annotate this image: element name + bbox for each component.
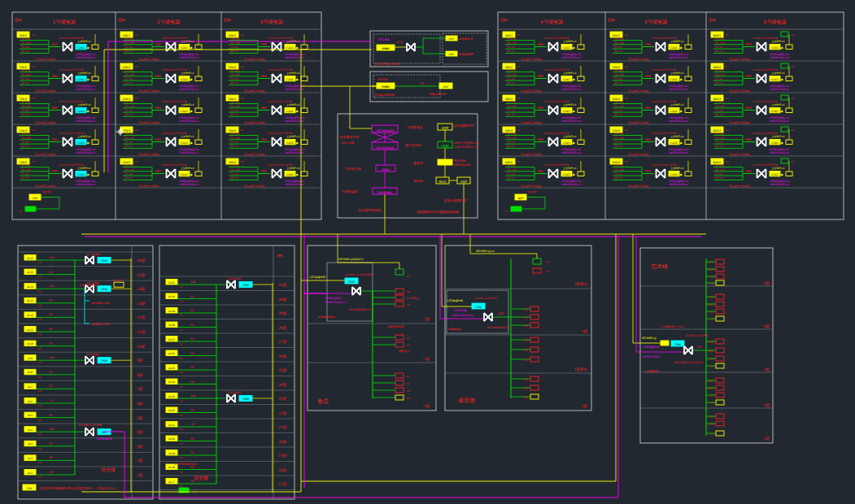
device-box-label: 2SW (348, 280, 355, 284)
trunk-amps: 340 (51, 74, 58, 78)
corner-label: 弱电 (608, 17, 616, 23)
label: TP ×24 (124, 133, 133, 136)
label: AP ×2 (21, 50, 28, 53)
branch-label: ×4 (709, 415, 714, 419)
branch-label: ×1 (709, 358, 713, 361)
uplink-label: 上传光纤×4 (771, 167, 785, 170)
uplink-label: 上传光纤×4 (77, 40, 91, 43)
label: ×2 (179, 328, 183, 332)
label: AP ×2 (21, 81, 28, 85)
label: AP ×2 (614, 113, 622, 116)
label: ×2 (37, 304, 41, 307)
label: AP ×2 (230, 113, 238, 116)
label: TD ×20 (714, 137, 725, 140)
drawing-canvas[interactable]: 1号楼电源弱电1AL1×4TP ×24TD ×20TV ×8AP ×23104×… (0, 0, 855, 504)
trunk-amps: 140 (49, 285, 55, 288)
label: AP ×2 (507, 81, 514, 85)
uplink-label: 上传光纤×4 (286, 72, 300, 75)
floor-label: 1层 (582, 404, 588, 408)
label: UTP超五类线×24 (285, 85, 304, 88)
label: 室外AP (42, 190, 51, 193)
label: C24口 (771, 173, 779, 176)
cell-footer: 每层设综合布线箱 (35, 58, 56, 61)
label: ×2 (37, 289, 41, 293)
panel-title: 4号楼电源 (540, 19, 563, 24)
label: 2×48口+24口PVC (686, 334, 709, 337)
branch-label: ×1 (406, 337, 410, 340)
label: TD ×20 (506, 105, 517, 108)
cell-footer: 每层设综合布线箱 (138, 185, 159, 188)
label: ×4 (517, 65, 521, 68)
label: 4芯光缆 (112, 279, 121, 282)
label: TD ×20 (613, 168, 624, 172)
uplink-label: 上传光纤×4 (771, 103, 785, 106)
cell-footer: 每层设综合布线箱 (35, 185, 56, 188)
branch-label: ×6/2 (706, 387, 713, 390)
uplink-label: 上传光纤×4 (286, 135, 300, 138)
label: ×2 (37, 447, 41, 450)
device-box-label: 1SW (242, 398, 249, 401)
panel-id: AL23 (168, 395, 175, 398)
label: UTP超五类线×24 (285, 53, 304, 56)
label: UTP超五类 (454, 309, 468, 312)
device-box-label: 光端机 (382, 47, 390, 50)
floor-label: 3层 (137, 445, 143, 449)
floor-label: 8层 (137, 373, 143, 377)
label: TD ×20 (714, 168, 725, 172)
trunk-amps: 30 (190, 423, 194, 426)
label: TD ×20 (506, 168, 517, 172)
panel-id: AL9 (28, 357, 33, 360)
label: TV ×8 (714, 172, 722, 176)
label: 含操作间机房 (387, 324, 405, 328)
label: TP ×24 (613, 69, 623, 72)
label: TV ×8 (613, 46, 622, 49)
label: 预留打印服务器接口 (174, 463, 198, 466)
label: UTP超五类线×24 (179, 85, 198, 88)
label: ×2 (179, 414, 183, 417)
label: C24口 (771, 78, 779, 81)
label: ×4 (725, 33, 729, 37)
label: TD ×20 (124, 105, 134, 108)
panel-id: AL7 (28, 385, 33, 389)
label: TD ×20 (613, 137, 624, 140)
trunk-amps: 50 (49, 371, 52, 374)
label: TD ×20 (506, 41, 517, 45)
device-box-label: ODF (442, 126, 449, 130)
cell-footer: 每层设综合布线箱 (628, 89, 649, 93)
label: ×2 (179, 484, 183, 488)
label: ×4 (624, 65, 628, 68)
label: ×4 (624, 97, 628, 100)
label: (WDZH-RYJS)×4 (561, 88, 581, 91)
label: TV ×8 (124, 46, 132, 49)
label: ×4 (624, 160, 628, 163)
label: TD ×20 (20, 168, 31, 172)
label: ×2 (37, 332, 41, 336)
label: TP ×24 (506, 133, 516, 136)
device-box-label: ROU (439, 180, 447, 184)
label: (WDZH-RYJS4对) (452, 314, 473, 317)
trunk-amps: 470 (644, 74, 651, 78)
label: TP ×24 (20, 37, 30, 41)
label: TD ×20 (229, 137, 240, 140)
label: 光纤配线架 (406, 125, 423, 129)
uplink-label: 上传光纤×4 (670, 40, 684, 43)
floor-label: 12层 (137, 315, 146, 319)
floor-label: 28层 (278, 326, 287, 330)
label: C24口 (563, 110, 570, 113)
label: ×4 (134, 97, 138, 100)
label: ×1 (545, 270, 549, 273)
label: (WDZH-RYJS)×4 (561, 56, 581, 59)
label: UTP超五类线×24 (561, 148, 581, 151)
device-box (661, 341, 669, 345)
label: ×4 (240, 97, 244, 100)
label: TV ×8 (506, 46, 514, 49)
trunk-amps: 380 (260, 106, 267, 110)
device-box-label: ODF (443, 85, 449, 89)
label: 引大对数+12芯光缆 (78, 424, 103, 427)
label: C24口 (181, 110, 188, 113)
label: TP ×24 (20, 164, 30, 167)
label: TV ×8 (20, 172, 28, 176)
trunk-amps: 360 (644, 137, 651, 141)
label: 大对数电缆引上1AX (661, 325, 685, 328)
label: ×2 (179, 385, 183, 389)
